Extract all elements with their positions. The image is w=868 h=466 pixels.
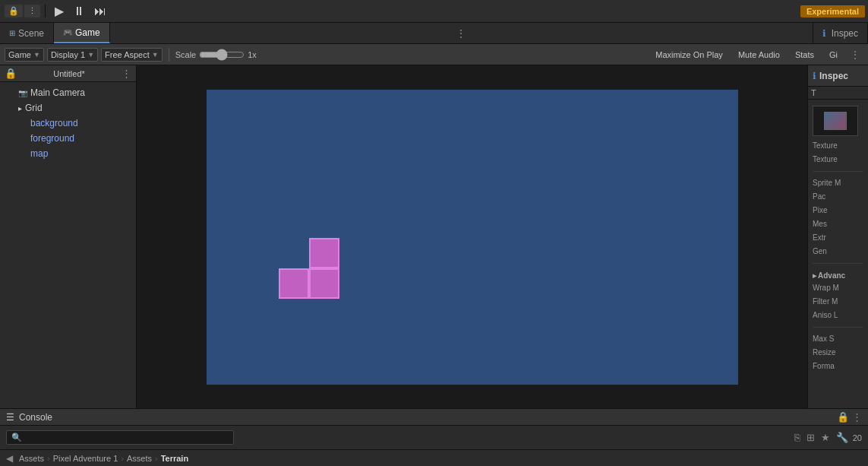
camera-icon: 📷 — [18, 89, 27, 97]
foreground-label: foreground — [30, 133, 74, 144]
inspector-texture: Texture — [813, 139, 863, 153]
background-label: background — [30, 118, 78, 128]
display-dropdown-label: Display 1 — [51, 50, 85, 59]
aspect-dropdown-label: Free Aspect — [105, 50, 150, 59]
list-item-foreground[interactable]: foreground — [0, 131, 136, 146]
mute-audio-btn[interactable]: Mute Audio — [732, 49, 786, 61]
console-star-btn[interactable]: ★ — [819, 430, 832, 445]
map-label: map — [30, 148, 48, 159]
tab-game[interactable]: 🎮 Game — [54, 23, 110, 43]
list-item-main-camera[interactable]: 📷 Main Camera — [0, 85, 136, 100]
grid-icon: ▸ — [18, 104, 22, 113]
play-controls: ▶ ⏸ ⏭ — [46, 2, 115, 20]
list-item-map[interactable]: map — [0, 146, 136, 161]
maximize-on-play-btn[interactable]: Maximize On Play — [649, 49, 729, 61]
console-search: 🔍 — [6, 430, 234, 445]
right-panel: ℹ Inspec T Texture Texture Sprite M Pac … — [807, 65, 868, 408]
breadcrumb-left-btn[interactable]: ◀ — [6, 453, 13, 464]
aspect-dropdown[interactable]: Free Aspect ▼ — [101, 48, 163, 62]
stats-btn[interactable]: Stats — [789, 49, 820, 61]
inspector-tab-t[interactable]: T — [808, 87, 868, 100]
inspector-advanced[interactable]: ▸ Advanc — [813, 268, 863, 281]
center-area — [137, 65, 807, 408]
advanced-arrow-icon: ▸ — [813, 271, 816, 280]
breadcrumb-assets[interactable]: Assets — [19, 454, 44, 463]
console-copy-btn[interactable]: ⎘ — [793, 430, 802, 445]
tetris-cell-3 — [309, 268, 339, 299]
inspector-resize: Resize — [813, 346, 863, 360]
pause-button[interactable]: ⏸ — [70, 3, 88, 20]
hierarchy-lock-btn[interactable]: 🔒 — [5, 68, 17, 79]
console-title: Console — [19, 412, 52, 423]
inspector-wrap: Wrap M — [813, 281, 863, 295]
tetris-cell-2 — [279, 268, 309, 299]
more-btn[interactable]: ⋮ — [24, 5, 40, 17]
tabs-row: ⊞ Scene 🎮 Game ⋮ ℹ Inspec — [0, 23, 868, 44]
inspector-body: Texture Texture Sprite M Pac Pixe Mes Ex… — [808, 100, 868, 408]
console-grid-btn[interactable]: ⊞ — [805, 430, 816, 445]
main-camera-label: Main Camera — [30, 87, 85, 98]
breadcrumb-pixel-adventure[interactable]: Pixel Adventure 1 — [53, 454, 118, 463]
game-dropdown-label: Game — [8, 50, 31, 59]
display-dropdown-arrow: ▼ — [87, 51, 94, 59]
tab-controls: ⋮ — [450, 23, 472, 43]
scale-slider[interactable] — [199, 49, 245, 61]
console-icon: ☰ — [6, 412, 14, 423]
hierarchy-header: 🔒 Untitled* ⋮ — [0, 65, 136, 82]
game-viewport — [137, 65, 807, 408]
inspector-filter: Filter M — [813, 295, 863, 309]
tab-scene-label: Scene — [18, 28, 44, 39]
game-dropdown[interactable]: Game ▼ — [5, 48, 44, 62]
display-dropdown[interactable]: Display 1 ▼ — [47, 48, 98, 62]
inspector-header: ℹ Inspec — [808, 65, 868, 87]
game-canvas — [207, 90, 738, 385]
tab-more-btn[interactable]: ⋮ — [453, 27, 469, 40]
play-button[interactable]: ▶ — [52, 2, 67, 20]
list-item-background[interactable]: background — [0, 116, 136, 131]
inspector-sep-2 — [813, 263, 863, 264]
inspector-sep-3 — [813, 327, 863, 328]
console-more-btn[interactable]: ⋮ — [852, 411, 862, 423]
step-button[interactable]: ⏭ — [91, 3, 109, 20]
inspector-pixels: Pixe — [813, 204, 863, 217]
top-bar: 🔒 ⋮ ▶ ⏸ ⏭ Experimental — [0, 0, 868, 23]
aspect-dropdown-arrow: ▼ — [152, 51, 159, 59]
sprite-preview-inner — [824, 112, 847, 130]
tab-inspector[interactable]: ℹ Inspec — [813, 23, 868, 43]
list-item-grid[interactable]: ▸ Grid — [0, 100, 136, 116]
inspector-title: Inspec — [819, 71, 848, 81]
hierarchy-list: 📷 Main Camera ▸ Grid background foregrou… — [0, 82, 136, 408]
hierarchy-title: Untitled* — [53, 69, 85, 78]
inspector-extrude: Extr — [813, 231, 863, 245]
breadcrumb-arrow-1: › — [47, 454, 50, 463]
experimental-badge: Experimental — [800, 5, 865, 17]
main-area: 🔒 Untitled* ⋮ 📷 Main Camera ▸ Grid backg… — [0, 65, 868, 408]
left-panel: 🔒 Untitled* ⋮ 📷 Main Camera ▸ Grid backg… — [0, 65, 137, 408]
inspector-aniso: Aniso L — [813, 309, 863, 322]
scale-control: Scale 1x — [175, 49, 257, 61]
game-dropdown-arrow: ▼ — [33, 51, 40, 59]
inspector-info-icon: ℹ — [813, 71, 816, 81]
breadcrumb-arrow-3: › — [155, 454, 158, 463]
console-search-input[interactable] — [25, 433, 229, 442]
tab-inspector-label: Inspec — [832, 28, 858, 39]
breadcrumb-bar: ◀ Assets › Pixel Adventure 1 › Assets › … — [0, 449, 868, 466]
tab-scene[interactable]: ⊞ Scene — [0, 23, 54, 43]
console-wrench-btn[interactable]: 🔧 — [835, 430, 850, 445]
inspector-sep-1 — [813, 171, 863, 172]
breadcrumb-terrain: Terrain — [161, 454, 188, 463]
scale-value: 1x — [248, 50, 257, 59]
inspector-texture-value: Texture — [813, 153, 863, 166]
tab-game-label: Game — [75, 27, 100, 38]
hierarchy-more-btn[interactable]: ⋮ — [122, 68, 131, 79]
console-count: 20 — [853, 433, 862, 442]
breadcrumb-assets2[interactable]: Assets — [127, 454, 152, 463]
grid-label: Grid — [25, 103, 43, 113]
toolbar-more-btn[interactable]: ⋮ — [847, 49, 863, 61]
console-lock-btn[interactable]: 🔒 — [837, 411, 849, 423]
gizmos-btn[interactable]: Gi — [823, 49, 844, 61]
search-icon: 🔍 — [11, 433, 22, 442]
inspector-sprite-mode: Sprite M — [813, 176, 863, 190]
inspector-max-size: Max S — [813, 332, 863, 346]
lock-btn[interactable]: 🔒 — [5, 5, 23, 17]
